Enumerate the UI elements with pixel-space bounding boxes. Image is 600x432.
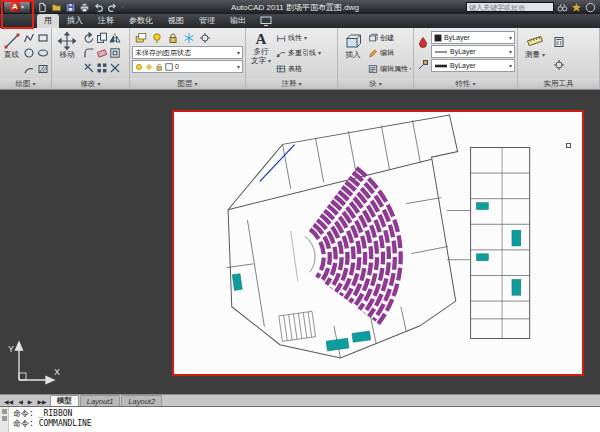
application-menu-button[interactable]: A ▾ [3, 1, 31, 14]
layout-tab-bar: ◀◀ ◀ ▶ ▶▶ 模型 Layout1 Layout2 [0, 394, 600, 406]
theater-seating [303, 163, 411, 331]
command-gutter-icon [2, 409, 7, 414]
screen-icon[interactable] [260, 16, 272, 26]
tab-layout1[interactable]: Layout1 [80, 395, 121, 406]
line-button[interactable]: 直线 [2, 30, 21, 77]
command-gutter-icon [2, 416, 7, 421]
new-file-icon[interactable] [37, 2, 48, 13]
properties-expand-icon: ▾ [472, 81, 475, 87]
trim-icon[interactable] [83, 62, 95, 74]
grip-point[interactable] [566, 143, 571, 148]
offset-icon[interactable] [109, 47, 121, 59]
panel-label-utilities[interactable]: 实用工具 [518, 77, 599, 89]
edit-attributes-button[interactable]: 编辑属性 ▾ [368, 62, 411, 76]
object-color-icon[interactable] [417, 36, 429, 48]
layer-dropdown[interactable]: 0 ▾ [132, 60, 243, 73]
measure-button[interactable]: 测量 ▾ [520, 30, 550, 77]
tab-output[interactable]: 输出 [223, 14, 253, 28]
mirror-icon[interactable] [109, 32, 121, 44]
tab-model[interactable]: 模型 [50, 395, 79, 406]
current-layer-name: 0 [175, 63, 179, 70]
quick-calc-icon[interactable] [553, 36, 565, 48]
tab-manage[interactable]: 管理 [192, 14, 222, 28]
tab-view[interactable]: 视图 [161, 14, 191, 28]
create-block-button[interactable]: 创建 [368, 31, 411, 45]
panel-label-annotation[interactable]: 注释▾ [246, 77, 337, 89]
layer-lock-icon[interactable] [167, 32, 179, 44]
next-layout-button[interactable]: ▶ [26, 398, 35, 406]
ribbon: 直线 绘图▾ [0, 28, 600, 90]
polyline-icon[interactable] [23, 32, 35, 44]
command-line-window[interactable]: 命令: _RIBBON 命令: COMMANDLINE [0, 406, 600, 432]
layer-color-chip [165, 63, 173, 71]
last-layout-button[interactable]: ▶▶ [35, 398, 48, 406]
open-icon[interactable] [51, 2, 62, 13]
panel-label-block[interactable]: 块▾ [338, 77, 413, 89]
copy-icon[interactable] [96, 32, 108, 44]
arc-icon[interactable] [23, 63, 35, 75]
layer-isolate-icon[interactable] [199, 32, 211, 44]
fillet-icon[interactable] [83, 47, 95, 59]
layer-state-dropdown[interactable]: 未保存的图层状态 ▾ [132, 46, 243, 59]
command-history[interactable]: 命令: _RIBBON 命令: COMMANDLINE [9, 407, 600, 432]
line-label: 直线 [4, 51, 19, 59]
tab-annotate[interactable]: 注释 [91, 14, 121, 28]
measure-label: 测量 ▾ [525, 51, 545, 59]
redo-icon[interactable] [107, 2, 118, 13]
qat-dropdown-icon[interactable]: ▾ [121, 4, 124, 10]
insert-block-button[interactable]: 插入 [340, 30, 366, 77]
linear-dimension-button[interactable]: 线性 ▾ [276, 31, 335, 45]
layer-properties-icon[interactable] [135, 32, 147, 44]
erase-icon[interactable] [96, 47, 108, 59]
lineweight-dropdown[interactable]: ByLayer ▾ [431, 59, 515, 72]
color-arrow-icon: ▾ [509, 35, 512, 41]
drawing-canvas[interactable] [172, 110, 584, 376]
undo-icon[interactable] [93, 2, 104, 13]
multileader-button[interactable]: 多重引线 ▾ [276, 46, 335, 60]
panel-label-modify[interactable]: 修改▾ [52, 77, 129, 89]
hatch-icon[interactable] [37, 63, 49, 75]
tab-parametric[interactable]: 参数化 [122, 14, 160, 28]
panel-label-properties[interactable]: 特性▾ [414, 77, 517, 89]
linetype-dropdown[interactable]: ByLayer ▾ [431, 45, 515, 58]
layer-dropdown-arrow-icon: ▾ [237, 64, 240, 70]
sun-icon [145, 63, 153, 71]
draw-expand-icon: ▾ [32, 81, 35, 87]
tab-insert[interactable]: 插入 [60, 14, 90, 28]
layer-freeze-icon[interactable] [183, 32, 195, 44]
circle-icon[interactable] [23, 47, 35, 59]
rectangle-icon[interactable] [37, 32, 49, 44]
block-expand-icon: ▾ [379, 81, 382, 87]
first-layout-button[interactable]: ◀◀ [2, 398, 15, 406]
color-chip [434, 34, 442, 42]
panel-label-draw[interactable]: 绘图▾ [0, 77, 51, 89]
ellipse-icon[interactable] [37, 47, 49, 59]
ucs-x-label: X [54, 367, 60, 377]
drawing-viewport[interactable]: Y X [0, 90, 600, 394]
explode-icon[interactable] [109, 62, 121, 74]
match-properties-icon[interactable] [417, 59, 429, 71]
binoculars-search-icon[interactable] [557, 2, 568, 13]
layer-bulb-icon[interactable] [151, 32, 163, 44]
command-line-2: 命令: COMMANDLINE [13, 419, 596, 429]
prev-layout-button[interactable]: ◀ [16, 398, 25, 406]
mtext-button[interactable]: A 多行 文字 ▾ [248, 30, 274, 77]
id-point-icon[interactable] [553, 59, 565, 71]
panel-label-layers[interactable]: 图层▾ [130, 77, 245, 89]
rotate-icon[interactable] [83, 32, 95, 44]
search-input[interactable] [466, 2, 554, 12]
mtext-arrow-icon: ▾ [268, 58, 271, 64]
exchange-star-icon[interactable] [571, 2, 582, 13]
save-icon[interactable] [65, 2, 76, 13]
move-button[interactable]: 移动 [54, 30, 80, 77]
table-button[interactable]: 表格 [276, 62, 335, 76]
color-dropdown[interactable]: ByLayer ▾ [431, 31, 515, 44]
ucs-y-label: Y [8, 344, 14, 354]
tab-home[interactable]: 用 [37, 14, 59, 28]
array-icon[interactable] [96, 62, 108, 74]
mtext-label-1: 多行 [254, 48, 269, 56]
plot-icon[interactable] [79, 2, 90, 13]
tab-layout2[interactable]: Layout2 [121, 395, 162, 406]
help-icon[interactable] [585, 2, 596, 13]
edit-block-button[interactable]: 编辑 [368, 46, 411, 60]
